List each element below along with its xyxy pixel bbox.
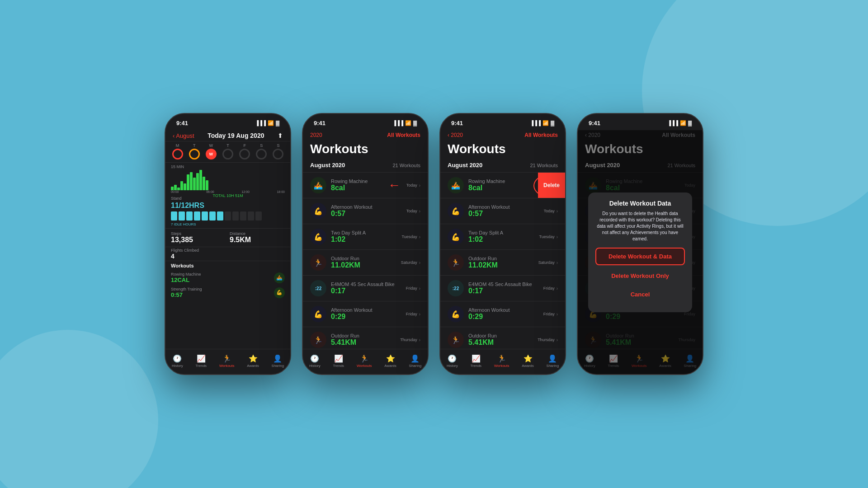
awards-icon-3: ⭐ — [524, 354, 533, 363]
tab-awards-3[interactable]: ⭐ Awards — [522, 354, 534, 368]
tab-awards-2[interactable]: ⭐ Awards — [384, 354, 396, 368]
today-ring: W — [206, 149, 217, 160]
list-item[interactable]: 💪 Afternoon Workout 0:57 Today › — [440, 198, 565, 224]
afternoon-name-3: Afternoon Workout — [468, 204, 544, 210]
cancel-button[interactable]: Cancel — [595, 286, 685, 302]
tab-awards-1[interactable]: ⭐ Awards — [247, 354, 259, 368]
history-label-2: History — [309, 364, 321, 368]
back-august[interactable]: ‹ August — [173, 132, 194, 139]
stats-grid: Steps 13,385 Distance 9.5KM — [165, 228, 290, 247]
tab-sharing-3[interactable]: 👤 Sharing — [547, 354, 559, 368]
status-time-3: 9:41 — [451, 120, 463, 127]
history-icon-3: 🕐 — [448, 354, 457, 363]
tab-workouts-3[interactable]: 🏃 Workouts — [494, 354, 509, 368]
list-item[interactable]: 🚣 Rowing Machine 8cal Today › ← — [303, 173, 428, 198]
back-2020-3[interactable]: ‹ 2020 — [448, 132, 463, 138]
list-item[interactable]: 💪 Two Day Split A 1:02 Tuesday › — [440, 224, 565, 250]
chevron-2c: › — [419, 260, 420, 265]
list-item[interactable]: 🏃 Outdoor Run 11.02KM Saturday › — [440, 250, 565, 276]
workouts-summary: Workouts Rowing Machine 12CAL 🚣 Strength… — [165, 261, 290, 302]
split-name-2: Two Day Split A — [331, 230, 401, 235]
share-icon[interactable]: ⬆ — [278, 132, 283, 139]
time-label-6: 06:00 — [206, 190, 214, 193]
modal-title: Delete Workout Data — [595, 200, 685, 207]
stand-value: 11/12HRS — [171, 202, 285, 210]
tab-sharing-1[interactable]: 👤 Sharing — [272, 354, 284, 368]
sharing-label-3: Sharing — [547, 364, 559, 368]
workouts-screen-2: 2020 All Workouts Workouts August 2020 2… — [303, 130, 428, 374]
workouts-label-1: Workouts — [219, 364, 235, 368]
tab-workouts-2[interactable]: 🏃 Workouts — [357, 354, 372, 368]
tab-trends-1[interactable]: 📈 Trends — [196, 354, 207, 368]
chevron-3b: › — [557, 235, 558, 239]
chevron-3a: › — [557, 209, 558, 214]
awards-label-2: Awards — [384, 364, 396, 368]
chevron-icon-2: › — [419, 183, 420, 188]
time-label-12: 12:00 — [241, 190, 250, 193]
section-header-2: August 2020 21 Workouts — [303, 160, 428, 173]
workout-strength-row[interactable]: Strength Training 0:57 💪 — [171, 285, 285, 300]
afternoon2-icon-2: 💪 — [310, 306, 326, 322]
activity-content: ‹ August Today 19 Aug 2020 ⬆ M T W W T F… — [165, 130, 290, 374]
wifi-icon-3: 📶 — [542, 120, 549, 126]
tab-history-1[interactable]: 🕐 History — [172, 354, 183, 368]
run2-value-2: 5.41KM — [331, 338, 400, 347]
chevron-3f: › — [557, 338, 558, 343]
chart-bars — [171, 170, 285, 190]
tab-trends-2[interactable]: 📈 Trends — [333, 354, 344, 368]
tab-workouts-1[interactable]: 🏃 Workouts — [219, 354, 235, 368]
sharing-label-2: Sharing — [409, 364, 422, 368]
list-item[interactable]: 💪 Two Day Split A 1:02 Tuesday › — [303, 224, 428, 250]
battery-icon-3: ▓ — [551, 120, 554, 126]
workout-rowing-value: 12CAL — [171, 277, 201, 283]
page-title-2: Workouts — [303, 140, 428, 160]
flights-label: Flights Climbed — [171, 248, 285, 253]
workouts-title: Workouts — [171, 263, 285, 268]
run2-info-2: Outdoor Run 5.41KM — [331, 333, 400, 347]
list-item[interactable]: 💪 Afternoon Workout 0:29 Friday › — [303, 301, 428, 327]
list-item[interactable]: :22 E4MOM 45 Sec Assault Bike 0:17 Frida… — [303, 276, 428, 301]
tab-sharing-2[interactable]: 👤 Sharing — [409, 354, 422, 368]
delete-button-rowing[interactable]: Delete — [538, 173, 565, 198]
section-header-3: August 2020 21 Workouts — [440, 160, 565, 173]
workouts-icon-3: 🏃 — [497, 354, 506, 363]
run-value-2: 11.02KM — [331, 261, 401, 269]
workouts-icon-1: 🏃 — [222, 354, 231, 363]
list-item[interactable]: 🏃 Outdoor Run 11.02KM Saturday › — [303, 250, 428, 276]
tab-trends-3[interactable]: 📈 Trends — [471, 354, 482, 368]
history-icon-1: 🕐 — [173, 354, 182, 363]
tab-bar-3: 🕐 History 📈 Trends 🏃 Workouts ⭐ Awards 👤… — [440, 349, 565, 374]
steps-label: Steps — [171, 231, 226, 236]
delete-workout-only-button[interactable]: Delete Workout Only — [595, 268, 685, 284]
split-value-2: 1:02 — [331, 235, 401, 244]
day-M: M — [172, 143, 183, 148]
distance-label: Distance — [230, 231, 285, 236]
section-month-2: August 2020 — [310, 162, 345, 169]
back-2020-2[interactable]: 2020 — [310, 132, 322, 138]
list-item[interactable]: :22 E4MOM 45 Sec Assault Bike 0:17 Frida… — [440, 276, 565, 301]
trends-icon-2: 📈 — [334, 354, 343, 363]
rowing-value-2: 8cal — [331, 184, 406, 192]
list-item[interactable]: 💪 Afternoon Workout 0:57 Today › — [303, 198, 428, 224]
delete-workout-data-button[interactable]: Delete Workout & Data — [595, 248, 685, 265]
workout-rowing-row[interactable]: Rowing Machine 12CAL 🚣 — [171, 270, 285, 285]
list-item[interactable]: 💪 Afternoon Workout 0:29 Friday › — [440, 301, 565, 327]
day-S1: S — [256, 143, 267, 148]
tab-history-3[interactable]: 🕐 History — [447, 354, 458, 368]
split-meta-2: Tuesday — [401, 235, 417, 239]
rowing-icon: 🚣 — [274, 272, 285, 283]
all-workouts-title-3: All Workouts — [524, 132, 558, 138]
split-value-3: 1:02 — [468, 235, 539, 244]
distance-stat: Distance 9.5KM — [230, 231, 285, 244]
trends-label-2: Trends — [333, 364, 344, 368]
list-item[interactable]: 🚣 Rowing Machine 8cal Today › Delete — [440, 173, 565, 198]
run2-meta-3: Thursday — [538, 338, 555, 342]
afternoon-info-2: Afternoon Workout 0:57 — [331, 204, 406, 218]
status-icons-3: ▐▐▐ 📶 ▓ — [530, 120, 554, 126]
run-name-3: Outdoor Run — [468, 256, 538, 261]
chevron-2b: › — [419, 235, 420, 239]
run-name-2: Outdoor Run — [331, 256, 401, 261]
nav-bar-2: 2020 All Workouts — [303, 130, 428, 140]
time-label-0: 00:00 — [171, 190, 179, 193]
tab-history-2[interactable]: 🕐 History — [309, 354, 321, 368]
